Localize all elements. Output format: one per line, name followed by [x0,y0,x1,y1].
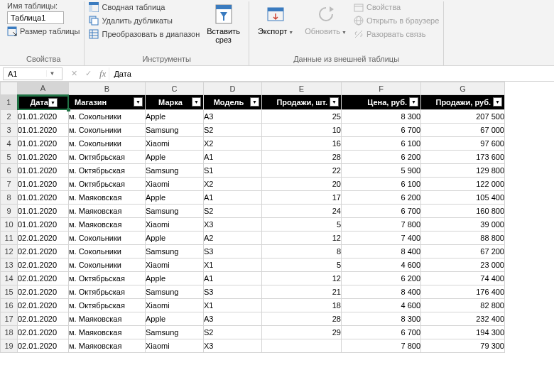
cell[interactable]: 97 600 [421,136,505,150]
filter-button[interactable]: ▼ [192,97,201,107]
cell[interactable]: 7 400 [342,231,421,244]
cell[interactable]: 67 200 [421,244,505,258]
cell[interactable]: 01.01.2020 [18,190,69,204]
cell[interactable]: 5 [262,217,342,231]
cell[interactable]: X3 [204,217,262,231]
cell[interactable]: X1 [204,298,262,312]
cell[interactable]: м. Сокольники [69,109,146,123]
select-all-corner[interactable] [1,82,18,95]
cell[interactable]: Xiaomi [146,258,204,271]
table-header-cell[interactable]: Модель▼ [204,95,262,110]
cell[interactable]: 21 [262,285,342,298]
remove-duplicates-button[interactable]: Удалить дубликаты [89,15,200,26]
filter-button[interactable]: ▼ [330,97,339,107]
cell[interactable]: S2 [204,123,262,136]
cell[interactable]: м. Маяковская [69,325,146,339]
cell[interactable]: 176 400 [421,285,505,298]
cell[interactable]: A1 [204,271,262,285]
cell[interactable]: м. Сокольники [69,231,146,244]
cell[interactable]: м. Маяковская [69,217,146,231]
cell[interactable]: Apple [146,271,204,285]
cell[interactable]: м. Сокольники [69,136,146,150]
filter-button[interactable]: ▼ [409,97,418,107]
cell[interactable]: 88 800 [421,231,505,244]
cell[interactable]: 02.01.2020 [18,271,69,285]
cell[interactable]: Apple [146,150,204,163]
cell[interactable]: 105 400 [421,190,505,204]
cell[interactable]: м. Октябрьская [69,271,146,285]
row-header-3[interactable]: 3 [1,123,18,136]
cell[interactable]: Xiaomi [146,136,204,150]
row-header-5[interactable]: 5 [1,150,18,163]
cell[interactable]: Samsung [146,163,204,177]
cell[interactable]: м. Сокольники [69,258,146,271]
filter-button[interactable]: ▼ [493,97,502,107]
cell[interactable]: м. Маяковская [69,339,146,352]
cell[interactable]: 6 100 [342,136,421,150]
cell[interactable]: 02.01.2020 [18,325,69,339]
cell[interactable]: 01.01.2020 [18,123,69,136]
name-box-dropdown[interactable]: ▼ [46,70,58,77]
cell[interactable]: 01.01.2020 [18,204,69,217]
cell[interactable]: 5 900 [342,163,421,177]
formula-input[interactable] [109,67,554,80]
row-header-12[interactable]: 12 [1,244,18,258]
column-header-B[interactable]: B [69,82,146,95]
cell[interactable]: 6 200 [342,150,421,163]
cell[interactable]: м. Маяковская [69,204,146,217]
row-header-19[interactable]: 19 [1,339,18,352]
cell[interactable]: 02.01.2020 [18,285,69,298]
cell[interactable]: 122 000 [421,177,505,190]
row-header-2[interactable]: 2 [1,109,18,123]
cell[interactable]: м. Сокольники [69,244,146,258]
cell[interactable]: 02.01.2020 [18,244,69,258]
cell[interactable]: 67 000 [421,123,505,136]
cell-A1[interactable]: Дата▼ [18,95,69,110]
cell[interactable]: 39 000 [421,217,505,231]
cell[interactable]: Xiaomi [146,339,204,352]
row-header-10[interactable]: 10 [1,217,18,231]
resize-table-button[interactable]: Размер таблицы [7,26,80,37]
cell[interactable]: м. Октябрьская [69,163,146,177]
row-header-7[interactable]: 7 [1,177,18,190]
cell[interactable]: S2 [204,204,262,217]
filter-button[interactable]: ▼ [48,98,58,107]
cell[interactable]: 10 [262,123,342,136]
cell[interactable]: м. Октябрьская [69,298,146,312]
cell[interactable]: 28 [262,312,342,325]
convert-range-button[interactable]: Преобразовать в диапазон [89,28,200,40]
cell[interactable]: 6 700 [342,204,421,217]
cell[interactable]: A3 [204,109,262,123]
cell[interactable]: 02.01.2020 [18,339,69,352]
cell[interactable]: 8 400 [342,244,421,258]
cell[interactable]: 01.01.2020 [18,163,69,177]
cell[interactable]: A3 [204,312,262,325]
cell[interactable]: 79 300 [421,339,505,352]
column-header-A[interactable]: A [18,82,69,95]
cell[interactable]: м. Октябрьская [69,285,146,298]
table-header-cell[interactable]: Магазин▼ [69,95,146,110]
cell[interactable]: A2 [204,231,262,244]
cell[interactable]: 7 800 [342,217,421,231]
row-header-17[interactable]: 17 [1,312,18,325]
row-header-13[interactable]: 13 [1,258,18,271]
name-box-input[interactable] [4,70,46,78]
cell[interactable]: S3 [204,244,262,258]
cell[interactable]: 23 000 [421,258,505,271]
fx-button[interactable]: fx [97,68,109,80]
cell[interactable]: 8 400 [342,285,421,298]
cell[interactable]: 4 600 [342,258,421,271]
cell[interactable]: 6 700 [342,123,421,136]
row-header-8[interactable]: 8 [1,190,18,204]
cell[interactable]: A1 [204,150,262,163]
cell[interactable]: Samsung [146,285,204,298]
cell[interactable]: Samsung [146,244,204,258]
column-header-D[interactable]: D [204,82,262,95]
row-header-4[interactable]: 4 [1,136,18,150]
pivot-table-button[interactable]: Сводная таблица [89,1,200,13]
cell[interactable]: 01.01.2020 [18,150,69,163]
row-header-6[interactable]: 6 [1,163,18,177]
cell[interactable]: Xiaomi [146,177,204,190]
cell[interactable]: 02.01.2020 [18,258,69,271]
cell[interactable]: 232 400 [421,312,505,325]
